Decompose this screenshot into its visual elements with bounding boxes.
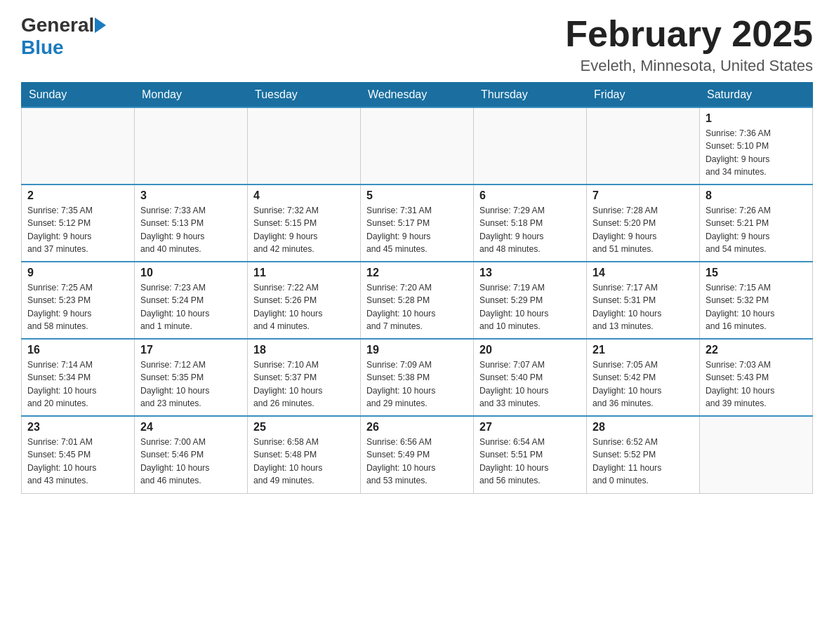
calendar-cell <box>135 107 248 185</box>
day-info: Sunrise: 7:14 AMSunset: 5:34 PMDaylight:… <box>27 358 128 410</box>
calendar-week-row: 23Sunrise: 7:01 AMSunset: 5:45 PMDayligh… <box>22 416 813 493</box>
day-number: 14 <box>593 267 694 279</box>
calendar-cell: 12Sunrise: 7:20 AMSunset: 5:28 PMDayligh… <box>361 262 474 339</box>
day-info: Sunrise: 7:31 AMSunset: 5:17 PMDaylight:… <box>366 204 468 255</box>
day-info: Sunrise: 7:22 AMSunset: 5:26 PMDaylight:… <box>253 281 355 333</box>
weekday-header-monday: Monday <box>135 83 248 108</box>
calendar-cell <box>248 107 361 185</box>
calendar-cell: 11Sunrise: 7:22 AMSunset: 5:26 PMDayligh… <box>248 262 361 339</box>
day-info: Sunrise: 7:33 AMSunset: 5:13 PMDaylight:… <box>140 204 241 255</box>
weekday-header-tuesday: Tuesday <box>248 83 361 108</box>
day-info: Sunrise: 7:32 AMSunset: 5:15 PMDaylight:… <box>253 204 355 255</box>
calendar-cell <box>587 107 700 185</box>
day-info: Sunrise: 7:09 AMSunset: 5:38 PMDaylight:… <box>366 358 468 410</box>
day-info: Sunrise: 7:36 AMSunset: 5:10 PMDaylight:… <box>706 127 807 178</box>
calendar-cell: 25Sunrise: 6:58 AMSunset: 5:48 PMDayligh… <box>248 416 361 493</box>
day-number: 4 <box>253 189 355 202</box>
calendar-cell: 27Sunrise: 6:54 AMSunset: 5:51 PMDayligh… <box>474 416 587 493</box>
day-number: 27 <box>479 421 581 434</box>
day-info: Sunrise: 7:00 AMSunset: 5:46 PMDaylight:… <box>140 436 241 487</box>
day-number: 2 <box>27 189 128 202</box>
day-info: Sunrise: 7:20 AMSunset: 5:28 PMDaylight:… <box>366 281 468 333</box>
day-info: Sunrise: 6:56 AMSunset: 5:49 PMDaylight:… <box>366 436 468 487</box>
weekday-header-row: SundayMondayTuesdayWednesdayThursdayFrid… <box>22 83 813 108</box>
page-title: February 2025 <box>565 14 813 54</box>
calendar-cell: 19Sunrise: 7:09 AMSunset: 5:38 PMDayligh… <box>361 339 474 416</box>
day-number: 13 <box>479 267 581 279</box>
day-info: Sunrise: 6:58 AMSunset: 5:48 PMDaylight:… <box>253 436 355 487</box>
calendar-cell: 20Sunrise: 7:07 AMSunset: 5:40 PMDayligh… <box>474 339 587 416</box>
day-number: 23 <box>27 421 128 434</box>
calendar-week-row: 16Sunrise: 7:14 AMSunset: 5:34 PMDayligh… <box>22 339 813 416</box>
logo: General Blue <box>21 14 106 59</box>
calendar-cell: 16Sunrise: 7:14 AMSunset: 5:34 PMDayligh… <box>22 339 135 416</box>
day-number: 5 <box>366 189 468 202</box>
day-number: 26 <box>366 421 468 434</box>
calendar-cell <box>474 107 587 185</box>
calendar-cell: 23Sunrise: 7:01 AMSunset: 5:45 PMDayligh… <box>22 416 135 493</box>
calendar-week-row: 2Sunrise: 7:35 AMSunset: 5:12 PMDaylight… <box>22 185 813 262</box>
day-number: 7 <box>593 189 694 202</box>
calendar-cell <box>700 416 813 493</box>
calendar-week-row: 9Sunrise: 7:25 AMSunset: 5:23 PMDaylight… <box>22 262 813 339</box>
day-number: 19 <box>366 344 468 356</box>
calendar-cell: 14Sunrise: 7:17 AMSunset: 5:31 PMDayligh… <box>587 262 700 339</box>
day-info: Sunrise: 6:52 AMSunset: 5:52 PMDaylight:… <box>593 436 694 487</box>
calendar-cell: 2Sunrise: 7:35 AMSunset: 5:12 PMDaylight… <box>22 185 135 262</box>
day-info: Sunrise: 6:54 AMSunset: 5:51 PMDaylight:… <box>479 436 581 487</box>
calendar-cell: 21Sunrise: 7:05 AMSunset: 5:42 PMDayligh… <box>587 339 700 416</box>
day-number: 18 <box>253 344 355 356</box>
calendar-cell: 24Sunrise: 7:00 AMSunset: 5:46 PMDayligh… <box>135 416 248 493</box>
day-info: Sunrise: 7:03 AMSunset: 5:43 PMDaylight:… <box>706 358 807 410</box>
day-info: Sunrise: 7:17 AMSunset: 5:31 PMDaylight:… <box>593 281 694 333</box>
day-number: 28 <box>593 421 694 434</box>
weekday-header-thursday: Thursday <box>474 83 587 108</box>
calendar-cell: 22Sunrise: 7:03 AMSunset: 5:43 PMDayligh… <box>700 339 813 416</box>
weekday-header-saturday: Saturday <box>700 83 813 108</box>
weekday-header-wednesday: Wednesday <box>361 83 474 108</box>
calendar-cell: 9Sunrise: 7:25 AMSunset: 5:23 PMDaylight… <box>22 262 135 339</box>
day-info: Sunrise: 7:05 AMSunset: 5:42 PMDaylight:… <box>593 358 694 410</box>
calendar-cell: 1Sunrise: 7:36 AMSunset: 5:10 PMDaylight… <box>700 107 813 185</box>
day-number: 12 <box>366 267 468 279</box>
calendar-cell: 26Sunrise: 6:56 AMSunset: 5:49 PMDayligh… <box>361 416 474 493</box>
day-number: 6 <box>479 189 581 202</box>
calendar-cell: 15Sunrise: 7:15 AMSunset: 5:32 PMDayligh… <box>700 262 813 339</box>
day-info: Sunrise: 7:15 AMSunset: 5:32 PMDaylight:… <box>706 281 807 333</box>
calendar-cell <box>22 107 135 185</box>
day-number: 15 <box>706 267 807 279</box>
logo-blue-text: Blue <box>21 36 64 58</box>
day-number: 20 <box>479 344 581 356</box>
calendar-cell: 5Sunrise: 7:31 AMSunset: 5:17 PMDaylight… <box>361 185 474 262</box>
calendar-cell: 3Sunrise: 7:33 AMSunset: 5:13 PMDaylight… <box>135 185 248 262</box>
day-info: Sunrise: 7:07 AMSunset: 5:40 PMDaylight:… <box>479 358 581 410</box>
day-number: 22 <box>706 344 807 356</box>
calendar-cell: 6Sunrise: 7:29 AMSunset: 5:18 PMDaylight… <box>474 185 587 262</box>
day-info: Sunrise: 7:28 AMSunset: 5:20 PMDaylight:… <box>593 204 694 255</box>
calendar-cell: 28Sunrise: 6:52 AMSunset: 5:52 PMDayligh… <box>587 416 700 493</box>
day-number: 11 <box>253 267 355 279</box>
calendar-week-row: 1Sunrise: 7:36 AMSunset: 5:10 PMDaylight… <box>22 107 813 185</box>
title-block: February 2025 Eveleth, Minnesota, United… <box>565 14 813 75</box>
calendar-cell: 13Sunrise: 7:19 AMSunset: 5:29 PMDayligh… <box>474 262 587 339</box>
day-info: Sunrise: 7:35 AMSunset: 5:12 PMDaylight:… <box>27 204 128 255</box>
logo-general-text: General <box>21 14 94 36</box>
day-number: 24 <box>140 421 241 434</box>
day-number: 25 <box>253 421 355 434</box>
day-info: Sunrise: 7:29 AMSunset: 5:18 PMDaylight:… <box>479 204 581 255</box>
day-info: Sunrise: 7:26 AMSunset: 5:21 PMDaylight:… <box>706 204 807 255</box>
day-number: 8 <box>706 189 807 202</box>
weekday-header-friday: Friday <box>587 83 700 108</box>
calendar-cell: 8Sunrise: 7:26 AMSunset: 5:21 PMDaylight… <box>700 185 813 262</box>
day-number: 9 <box>27 267 128 279</box>
day-info: Sunrise: 7:19 AMSunset: 5:29 PMDaylight:… <box>479 281 581 333</box>
calendar-cell: 18Sunrise: 7:10 AMSunset: 5:37 PMDayligh… <box>248 339 361 416</box>
calendar-cell: 10Sunrise: 7:23 AMSunset: 5:24 PMDayligh… <box>135 262 248 339</box>
calendar-cell <box>361 107 474 185</box>
day-number: 17 <box>140 344 241 356</box>
page-subtitle: Eveleth, Minnesota, United States <box>565 57 813 75</box>
calendar-cell: 7Sunrise: 7:28 AMSunset: 5:20 PMDaylight… <box>587 185 700 262</box>
day-number: 16 <box>27 344 128 356</box>
logo-arrow-icon <box>95 18 106 33</box>
day-info: Sunrise: 7:01 AMSunset: 5:45 PMDaylight:… <box>27 436 128 487</box>
